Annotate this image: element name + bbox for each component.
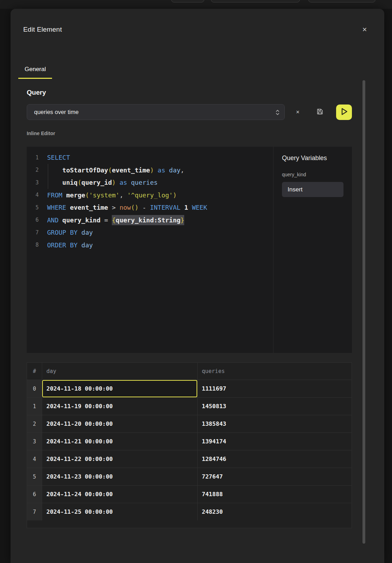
- code-line: 5WHERE event_time > now() - INTERVAL 1 W…: [27, 201, 273, 214]
- day-cell[interactable]: 2024-11-18 00:00:00: [42, 380, 197, 397]
- code-line: 4FROM merge('system', '^query_log'): [27, 189, 273, 202]
- queries-cell[interactable]: 248230: [197, 503, 352, 520]
- line-number: 2: [27, 167, 39, 173]
- inline-editor: 1SELECT2 toStartOfDay(event_time) as day…: [27, 147, 352, 353]
- modal-title: Edit Element: [23, 26, 62, 33]
- table-row: 32024-11-21 00:00:001394174: [27, 432, 352, 450]
- queries-cell[interactable]: 741888: [197, 486, 352, 503]
- table-row: 62024-11-24 00:00:00741888: [27, 485, 352, 503]
- day-cell[interactable]: 2024-11-22 00:00:00: [42, 450, 197, 468]
- code-text: GROUP BY day: [47, 229, 93, 236]
- header-queries: queries: [197, 363, 352, 380]
- queries-cell[interactable]: 1450813: [197, 398, 352, 415]
- day-cell[interactable]: 2024-11-19 00:00:00: [42, 398, 197, 415]
- top-toolbar-button[interactable]: [171, 0, 204, 2]
- save-button[interactable]: [314, 106, 326, 119]
- table-row: 12024-11-19 00:00:001450813: [27, 397, 352, 415]
- code-text: ORDER BY day: [47, 241, 93, 249]
- table-row: 72024-11-25 00:00:00248230: [27, 503, 352, 520]
- variable-name-label: query_kind: [282, 172, 343, 177]
- row-index-cell: 4: [27, 450, 42, 468]
- query-section-heading: Query: [27, 89, 46, 96]
- scrollbar-thumb[interactable]: [362, 80, 365, 544]
- close-icon[interactable]: ✕: [359, 25, 370, 35]
- code-line: 2 toStartOfDay(event_time) as day,: [27, 164, 273, 177]
- top-toolbar-button[interactable]: [211, 0, 300, 2]
- header-day: day: [42, 363, 197, 380]
- code-line: 7GROUP BY day: [27, 226, 273, 239]
- day-cell[interactable]: 2024-11-24 00:00:00: [42, 486, 197, 503]
- table-row: 22024-11-20 00:00:001385843: [27, 415, 352, 432]
- header-index: #: [27, 363, 42, 380]
- table-header: # day queries: [27, 363, 352, 380]
- row-index-cell: 6: [27, 486, 42, 503]
- line-number: 5: [27, 204, 39, 211]
- line-number: 6: [27, 217, 39, 223]
- code-line: 8ORDER BY day: [27, 239, 273, 252]
- sql-editor[interactable]: 1SELECT2 toStartOfDay(event_time) as day…: [27, 147, 273, 353]
- queries-cell[interactable]: 1284746: [197, 450, 352, 468]
- chevron-updown-icon: [275, 109, 280, 118]
- inline-editor-label: Inline Editor: [27, 131, 55, 136]
- line-number: 8: [27, 242, 39, 248]
- query-select[interactable]: queries over time: [27, 104, 285, 120]
- results-table: # day queries 02024-11-18 00:00:00111169…: [27, 362, 352, 528]
- code-text: uniq(query_id) as queries: [47, 179, 158, 186]
- top-toolbar: [0, 0, 392, 9]
- query-variables-panel: Query Variables query_kind Insert: [273, 147, 352, 353]
- table-body: 02024-11-18 00:00:00111169712024-11-19 0…: [27, 380, 352, 520]
- day-cell[interactable]: 2024-11-25 00:00:00: [42, 503, 197, 520]
- query-variables-heading: Query Variables: [282, 154, 343, 162]
- table-row: 52024-11-23 00:00:00727647: [27, 468, 352, 485]
- code-line: 6AND query_kind = {query_kind:String}: [27, 214, 273, 227]
- row-index-cell: 5: [27, 468, 42, 485]
- edit-element-modal: Edit Element ✕ General Query queries ove…: [11, 9, 384, 563]
- row-index-cell: 1: [27, 398, 42, 415]
- run-query-button[interactable]: [336, 105, 352, 120]
- tab-general[interactable]: General: [18, 61, 52, 79]
- line-number: 1: [27, 154, 39, 161]
- line-number: 3: [27, 179, 39, 186]
- day-cell[interactable]: 2024-11-21 00:00:00: [42, 433, 197, 450]
- code-text: SELECT: [47, 154, 70, 161]
- code-lines: 1SELECT2 toStartOfDay(event_time) as day…: [27, 151, 273, 251]
- code-line: 1SELECT: [27, 151, 273, 164]
- table-footer-gutter: [27, 520, 352, 528]
- queries-cell[interactable]: 727647: [197, 468, 352, 485]
- insert-button[interactable]: Insert: [282, 182, 343, 197]
- day-cell[interactable]: 2024-11-20 00:00:00: [42, 415, 197, 432]
- code-text: FROM merge('system', '^query_log'): [47, 191, 177, 199]
- queries-cell[interactable]: 1111697: [197, 380, 352, 397]
- line-number: 7: [27, 229, 39, 236]
- save-icon: [316, 108, 324, 117]
- clear-query-button[interactable]: ✕: [292, 107, 303, 118]
- table-row: 02024-11-18 00:00:001111697: [27, 380, 352, 397]
- code-text: AND query_kind = {query_kind:String}: [47, 216, 184, 224]
- top-toolbar-button[interactable]: [308, 0, 375, 2]
- code-text: WHERE event_time > now() - INTERVAL 1 WE…: [47, 204, 207, 211]
- queries-cell[interactable]: 1385843: [197, 415, 352, 432]
- tab-bar: General: [18, 61, 52, 79]
- day-cell[interactable]: 2024-11-23 00:00:00: [42, 468, 197, 485]
- code-text: toStartOfDay(event_time) as day,: [47, 166, 184, 174]
- line-number: 4: [27, 192, 39, 198]
- row-index-cell: 2: [27, 415, 42, 432]
- row-index-cell: 3: [27, 433, 42, 450]
- row-index-cell: 0: [27, 380, 42, 397]
- indent-guide: [48, 164, 48, 189]
- query-select-value: queries over time: [34, 105, 79, 120]
- table-row: 42024-11-22 00:00:001284746: [27, 450, 352, 468]
- play-icon: [336, 104, 352, 121]
- queries-cell[interactable]: 1394174: [197, 433, 352, 450]
- row-index-cell: 7: [27, 503, 42, 520]
- code-line: 3 uniq(query_id) as queries: [27, 176, 273, 189]
